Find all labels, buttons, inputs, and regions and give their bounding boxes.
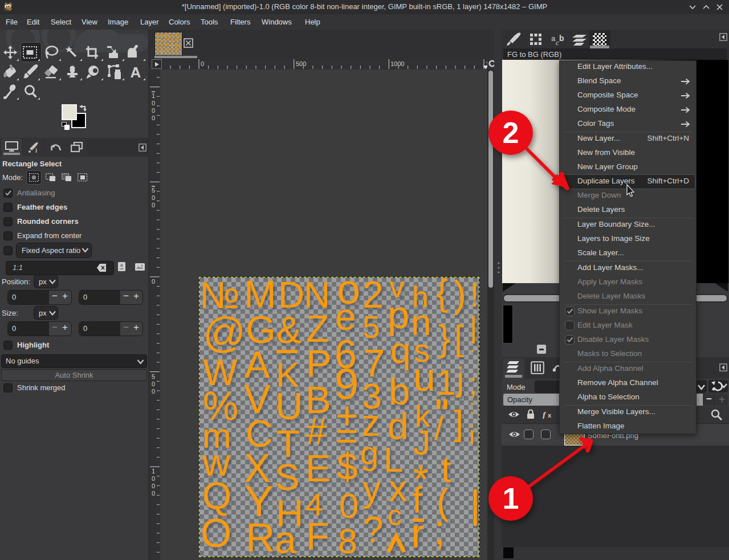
svg-text:0: 0 — [152, 194, 155, 201]
svg-text:R: R — [246, 515, 275, 557]
svg-text:1000: 1000 — [390, 60, 404, 67]
svg-text:q: q — [390, 330, 411, 371]
svg-text:$: $ — [337, 445, 358, 488]
svg-text:[: [ — [454, 318, 464, 357]
svg-text:/: / — [434, 410, 444, 447]
svg-text:i: i — [469, 420, 475, 450]
svg-text:1: 1 — [436, 362, 456, 402]
svg-text:0: 0 — [152, 490, 155, 497]
svg-text:0: 0 — [152, 107, 155, 114]
svg-text:a: a — [551, 34, 556, 43]
svg-text:r: r — [411, 510, 425, 556]
svg-text:Q: Q — [202, 475, 231, 517]
svg-text:1: 1 — [152, 92, 155, 99]
svg-text:5: 5 — [152, 187, 155, 194]
svg-text:J: J — [413, 423, 431, 462]
svg-text:): ) — [454, 277, 466, 315]
svg-text:{: { — [436, 277, 448, 313]
svg-text:0: 0 — [339, 486, 359, 525]
svg-text:0: 0 — [152, 381, 155, 387]
svg-text:i: i — [35, 147, 37, 153]
svg-text:g: g — [360, 434, 378, 471]
svg-text:0: 0 — [152, 475, 155, 482]
svg-text::: : — [469, 395, 475, 419]
svg-text:}: } — [438, 318, 450, 359]
svg-text:8: 8 — [338, 522, 357, 557]
svg-text:u: u — [413, 355, 435, 399]
svg-text:1: 1 — [152, 468, 155, 475]
svg-text:;: ; — [434, 506, 446, 553]
svg-text:j: j — [455, 360, 464, 398]
svg-text:f: f — [543, 410, 547, 419]
svg-text::: : — [470, 333, 475, 357]
svg-text:e: e — [335, 296, 356, 338]
svg-text:F: F — [306, 514, 329, 557]
svg-text:A: A — [131, 65, 141, 79]
svg-text:5: 5 — [152, 373, 155, 380]
svg-text:5: 5 — [363, 309, 380, 345]
svg-text:]: ] — [454, 403, 463, 442]
svg-text:0: 0 — [152, 483, 155, 489]
svg-text:?: ? — [363, 509, 384, 550]
svg-text:0: 0 — [152, 115, 155, 121]
svg-text:0: 0 — [152, 388, 155, 395]
svg-text:0: 0 — [152, 202, 155, 209]
svg-text:#: # — [306, 410, 327, 452]
svg-text:500: 500 — [296, 60, 306, 67]
svg-text:0: 0 — [201, 60, 204, 67]
svg-text:E: E — [306, 447, 331, 489]
svg-text:&: & — [276, 309, 302, 351]
svg-text:!: ! — [470, 277, 479, 314]
svg-text:b: b — [559, 34, 564, 43]
svg-text:c: c — [388, 500, 402, 532]
svg-text:x: x — [548, 412, 552, 419]
svg-text:0: 0 — [152, 278, 155, 285]
svg-text:@: @ — [203, 309, 246, 356]
svg-text:0: 0 — [152, 100, 155, 107]
svg-text:y: y — [363, 468, 381, 509]
svg-text:|: | — [470, 483, 479, 526]
svg-text:U: U — [275, 385, 303, 427]
svg-text:a: a — [275, 518, 296, 557]
svg-text:O: O — [201, 511, 231, 555]
